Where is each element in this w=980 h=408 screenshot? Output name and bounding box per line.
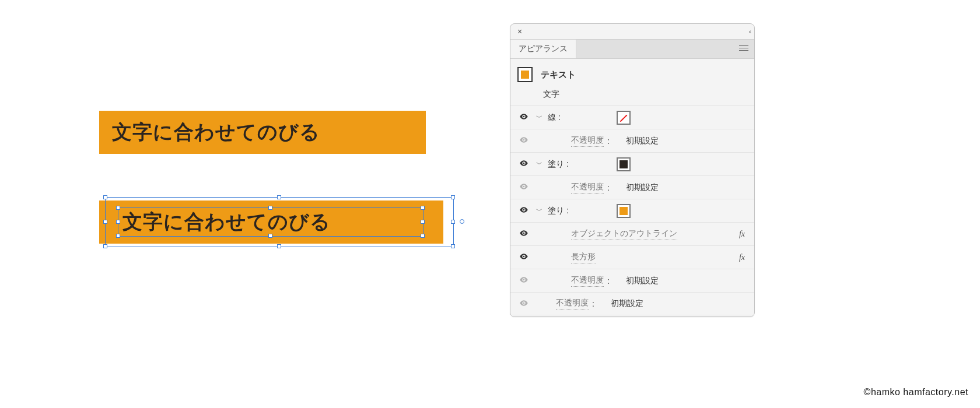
eye-icon bbox=[519, 275, 528, 284]
visibility-toggle[interactable] bbox=[517, 205, 530, 216]
text-object-1-content: 文字に合わせてのびる bbox=[112, 121, 320, 143]
stroke-swatch-none[interactable] bbox=[617, 111, 631, 125]
canvas-area: 文字に合わせてのびる 文字に合わせてのびる bbox=[99, 111, 443, 244]
overall-opacity-row[interactable]: 不透明度 : 初期設定 bbox=[510, 292, 754, 315]
opacity-value: 初期設定 bbox=[611, 298, 643, 309]
fill-label: 塗り : bbox=[548, 206, 586, 216]
text-object-1[interactable]: 文字に合わせてのびる bbox=[99, 111, 426, 154]
fill1-row[interactable]: ﹀ 塗り : bbox=[510, 152, 754, 175]
opacity-label: 不透明度 bbox=[556, 298, 589, 309]
eye-icon bbox=[519, 112, 528, 121]
visibility-toggle[interactable] bbox=[517, 298, 530, 309]
eye-icon bbox=[519, 135, 528, 145]
close-icon[interactable]: × bbox=[515, 26, 524, 37]
fill2-row[interactable]: ﹀ 塗り : bbox=[510, 199, 754, 222]
effect-label: 長方形 bbox=[571, 252, 596, 263]
text-object-2[interactable]: 文字に合わせてのびる bbox=[99, 201, 443, 244]
collapse-icon[interactable]: ‹‹ bbox=[749, 28, 750, 35]
eye-icon bbox=[519, 228, 528, 238]
character-row[interactable]: 文字 bbox=[510, 85, 754, 105]
visibility-toggle[interactable] bbox=[517, 228, 530, 240]
fill1-opacity-row[interactable]: 不透明度 : 初期設定 bbox=[510, 175, 754, 199]
target-thumbnail bbox=[517, 67, 533, 82]
visibility-toggle[interactable] bbox=[517, 252, 530, 263]
resize-handle[interactable] bbox=[451, 244, 455, 248]
visibility-toggle[interactable] bbox=[517, 182, 530, 193]
chevron-down-icon[interactable]: ﹀ bbox=[534, 113, 544, 122]
fill-swatch-black[interactable] bbox=[617, 157, 631, 171]
effect-rectangle-row[interactable]: 長方形 fx bbox=[510, 245, 754, 269]
stroke-row[interactable]: ﹀ 線 : bbox=[510, 105, 754, 129]
visibility-toggle[interactable] bbox=[517, 112, 530, 123]
eye-icon bbox=[519, 252, 528, 261]
eye-icon bbox=[519, 182, 528, 191]
resize-handle[interactable] bbox=[451, 220, 455, 224]
visibility-toggle[interactable] bbox=[517, 159, 530, 170]
appearance-target-row[interactable]: テキスト bbox=[510, 62, 754, 85]
opacity-label: 不透明度 bbox=[571, 275, 604, 287]
panel-body: テキスト 文字 ﹀ 線 : 不透明度 : 初期設定 ﹀ bbox=[510, 59, 754, 315]
opacity-label: 不透明度 bbox=[571, 135, 604, 147]
resize-handle[interactable] bbox=[103, 195, 107, 199]
resize-handle[interactable] bbox=[277, 244, 281, 248]
target-title: テキスト bbox=[541, 69, 576, 80]
chevron-down-icon[interactable]: ﹀ bbox=[534, 206, 544, 215]
fill-label: 塗り : bbox=[548, 159, 586, 170]
fill-swatch-orange[interactable] bbox=[617, 204, 631, 218]
visibility-toggle[interactable] bbox=[517, 275, 530, 286]
eye-icon bbox=[519, 298, 528, 308]
tab-label: アピアランス bbox=[519, 44, 568, 54]
appearance-panel: × ‹‹ アピアランス テキスト 文字 ﹀ 線 : bbox=[510, 23, 755, 317]
stroke-opacity-row[interactable]: 不透明度 : 初期設定 bbox=[510, 129, 754, 152]
panel-menu-button[interactable] bbox=[733, 44, 754, 54]
opacity-value: 初期設定 bbox=[626, 136, 659, 146]
fx-icon[interactable]: fx bbox=[739, 253, 747, 262]
visibility-toggle[interactable] bbox=[517, 135, 530, 146]
stroke-label: 線 : bbox=[548, 112, 586, 123]
text-port-handle[interactable] bbox=[460, 219, 464, 224]
eye-icon bbox=[519, 159, 528, 168]
hamburger-icon bbox=[739, 44, 748, 52]
credit-text: ©hamko hamfactory.net bbox=[864, 387, 968, 398]
fx-icon[interactable]: fx bbox=[739, 230, 747, 239]
resize-handle[interactable] bbox=[277, 195, 281, 199]
resize-handle[interactable] bbox=[103, 244, 107, 248]
panel-titlebar[interactable]: × ‹‹ bbox=[510, 24, 754, 39]
opacity-value: 初期設定 bbox=[626, 182, 659, 193]
text-object-2-wrap: 文字に合わせてのびる bbox=[99, 201, 443, 244]
effect-outline-row[interactable]: オブジェクトのアウトライン fx bbox=[510, 222, 754, 245]
panel-tabs: アピアランス bbox=[510, 39, 754, 59]
opacity-label: 不透明度 bbox=[571, 182, 604, 194]
resize-handle[interactable] bbox=[451, 195, 455, 199]
tab-appearance[interactable]: アピアランス bbox=[510, 40, 576, 58]
text-object-2-content: 文字に合わせてのびる bbox=[123, 210, 331, 233]
fill2-opacity-row[interactable]: 不透明度 : 初期設定 bbox=[510, 269, 754, 292]
eye-icon bbox=[519, 205, 528, 214]
opacity-value: 初期設定 bbox=[626, 276, 659, 286]
character-label: 文字 bbox=[543, 89, 559, 99]
effect-label: オブジェクトのアウトライン bbox=[571, 228, 677, 240]
chevron-down-icon[interactable]: ﹀ bbox=[534, 160, 544, 168]
